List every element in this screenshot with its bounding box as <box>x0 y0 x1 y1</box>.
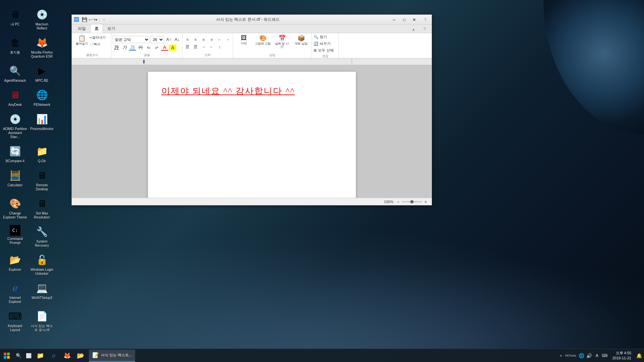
desktop-icon-winlogin[interactable]: 🔓 Windows Login Unlocker <box>29 250 55 279</box>
tray-network[interactable]: 🌐 <box>578 352 585 359</box>
superscript-button[interactable]: x² <box>153 45 160 51</box>
desktop-icon-cmdprompt[interactable]: C: Command Prompt <box>2 222 29 250</box>
desktop-icon-processmonitor[interactable]: 📊 ProcessMonitor <box>29 110 55 142</box>
agentransack-label: AgentRansack <box>4 79 26 83</box>
minimize-button[interactable]: ─ <box>389 16 399 23</box>
strikethrough-button[interactable]: 가 <box>137 45 144 51</box>
cut-button[interactable]: ✂ 잘라내기 <box>90 35 110 41</box>
taskbar-taskview[interactable]: ⬜ <box>23 349 34 362</box>
taskbar-clock[interactable]: 오후 4:55 2019-11-21 <box>609 351 635 360</box>
font-size-select[interactable]: 26 <box>151 36 164 43</box>
start-button[interactable] <box>0 349 13 362</box>
desktop-icon-aomei[interactable]: 💿 AOMEI Partition Assistant Stan... <box>2 110 29 142</box>
paintdrawing-button[interactable]: 🎨 그림판 그림 <box>254 34 272 46</box>
taskbar-show-more[interactable]: » <box>559 353 563 358</box>
bold-button[interactable]: 가 <box>113 45 120 51</box>
taskbar-ie[interactable]: ℯ <box>47 349 60 362</box>
firefox-label: Mozilla Firefox Quantum ESR <box>30 51 54 59</box>
italic-button[interactable]: 가 <box>121 45 128 51</box>
object-icon: 📦 <box>298 35 305 42</box>
desktop-icon-내pc[interactable]: 🖥 내 PC <box>2 5 29 33</box>
align-justify-button[interactable]: ≡ <box>208 37 215 43</box>
subscript-button[interactable]: x₂ <box>145 45 152 51</box>
ribbon-collapse[interactable]: ∧ <box>408 26 419 33</box>
picture-button[interactable]: 🖼 사진 <box>234 34 253 46</box>
find-button[interactable]: 🔍 찾기 <box>314 34 337 40</box>
desktop-icon-winntsetup[interactable]: 💻 WinNTSetup3 <box>29 279 55 307</box>
paste-button[interactable]: 📋 붙여넣기 <box>75 34 89 46</box>
taskbar-firefox[interactable]: 🦊 <box>60 349 74 362</box>
zoom-level: 100% <box>384 200 393 204</box>
tray-notifications[interactable]: 🔔 <box>636 352 642 359</box>
desktop-icon-mpcbe[interactable]: ▶ MPC-BE <box>29 61 55 85</box>
desktop-icon-agentransack[interactable]: 🔍 AgentRansack <box>2 61 29 85</box>
desktop-icon-firefox[interactable]: 🦊 Mozilla Firefox Quantum ESR <box>29 33 55 61</box>
taskbar-app-wordpad[interactable]: 📝 서식 있는 텍스트... <box>89 350 135 362</box>
cmdprompt-icon: C: <box>10 225 20 236</box>
font-size-up[interactable]: A↑ <box>165 37 172 43</box>
taskbar-app-icon: 📝 <box>92 352 99 358</box>
rtl-button[interactable]: → <box>224 37 231 43</box>
bullets-button[interactable]: ☰ <box>184 44 191 50</box>
font-name-select[interactable]: 맑은 고딕 <box>113 36 150 43</box>
replace-button[interactable]: 🔄 바꾸기 <box>314 41 337 47</box>
align-right-button[interactable]: ≡ <box>200 37 207 43</box>
desktop-icon-remotedesktop[interactable]: 🖥 Remote Desktop <box>29 166 55 194</box>
document-area[interactable]: 이제야 되네요 ^^ 감사합니다 ^^ <box>72 65 432 198</box>
highlight-button[interactable]: A <box>169 45 176 51</box>
tab-파일[interactable]: 파일 <box>73 24 90 33</box>
paste-icon: 📋 <box>78 35 86 42</box>
tab-보기[interactable]: 보기 <box>103 24 120 33</box>
quick-access-undo[interactable]: ↩ <box>89 17 92 22</box>
zoom-slider[interactable] <box>402 201 422 202</box>
desktop-icon-anydesk[interactable]: 🖥 AnyDesk <box>2 85 29 110</box>
close-button[interactable]: ✕ <box>410 16 419 23</box>
selectall-button[interactable]: ⊞ 모두 선택 <box>314 47 337 53</box>
ltr-button[interactable]: ← <box>216 37 223 43</box>
taskbar-folder[interactable]: 📂 <box>74 349 87 362</box>
maximize-button[interactable]: □ <box>399 16 409 23</box>
tray-petools[interactable]: PETools <box>564 352 577 359</box>
wordpad-app-icon: W <box>73 16 80 23</box>
desktop-icon-keyboard[interactable]: ⌨ Keyboard Layout <box>2 307 29 335</box>
taskbar-search[interactable]: 🔍 <box>13 349 23 362</box>
copy-button[interactable]: 📄 복사 <box>90 41 110 47</box>
wordpad-title-text: 서식 있는 텍스트 문서.rtf - 워드패드 <box>107 17 389 22</box>
tray-language[interactable]: A <box>594 352 600 359</box>
desktop-icon-sysrecovery[interactable]: 🔧 System Recovery <box>29 222 55 250</box>
ribbon-help[interactable]: ? <box>419 25 430 33</box>
desktop-icon-macrium[interactable]: 💿 Macrium Reflect <box>29 5 55 33</box>
tray-keyboard[interactable]: ⌨ <box>601 352 608 359</box>
desktop-icon-calculator[interactable]: 🧮 Calculator <box>2 166 29 194</box>
tab-홈[interactable]: 홈 <box>90 24 103 33</box>
fontcolor-button[interactable]: A <box>161 45 168 51</box>
align-left-button[interactable]: ≡ <box>184 37 191 43</box>
indent-less-button[interactable]: ← <box>208 44 215 50</box>
remotedesktop-icon: 🖥 <box>35 169 49 182</box>
quick-access-save[interactable]: 💾 <box>82 17 87 22</box>
indent-more-button[interactable]: → <box>200 44 207 50</box>
desktop-icon-explorer[interactable]: 📂 Explorer <box>2 250 29 279</box>
desktop-icon-setmax[interactable]: 🖥 Set Max Resolution <box>29 194 55 222</box>
desktop-icon-penetwork[interactable]: 🌐 PENetwork <box>29 85 55 110</box>
numbering-button[interactable]: ☰ <box>192 44 199 50</box>
desktop-icon-changeexplorer[interactable]: 🎨 Change Explorer Theme <box>2 194 29 222</box>
trash-icon: 🗑 <box>8 36 22 49</box>
zoom-in-button[interactable]: + <box>423 199 428 204</box>
desktop-icon-wordpad-doc[interactable]: 📄 서식 있는 텍스트 문서.rtf <box>29 307 55 335</box>
align-center-button[interactable]: ≡ <box>192 37 199 43</box>
quick-access-redo[interactable]: ↪ <box>94 17 97 22</box>
taskbar-explorer[interactable]: 📁 <box>34 349 47 362</box>
desktop-icon-trash[interactable]: 🗑 휴지통 <box>2 33 29 61</box>
zoom-out-button[interactable]: − <box>395 199 401 204</box>
desktop-icon-qdir[interactable]: 📁 Q-Dir <box>29 142 55 166</box>
tray-volume[interactable]: 🔊 <box>586 352 593 359</box>
desktop-icon-ie[interactable]: ℯ Internet Explorer <box>2 279 29 307</box>
font-size-down[interactable]: A↓ <box>173 37 181 43</box>
underline-button[interactable]: 가 <box>129 45 136 51</box>
desktop-icon-bcompare[interactable]: 🔄 BCompare-4 <box>2 142 29 166</box>
object-button[interactable]: 📦 개체 삽입 <box>292 34 310 46</box>
help-button[interactable]: ? <box>421 16 430 23</box>
datetime-button[interactable]: 📅 날짜 및 시간 <box>273 34 291 49</box>
linespacing-button[interactable]: ↕ <box>216 44 223 50</box>
